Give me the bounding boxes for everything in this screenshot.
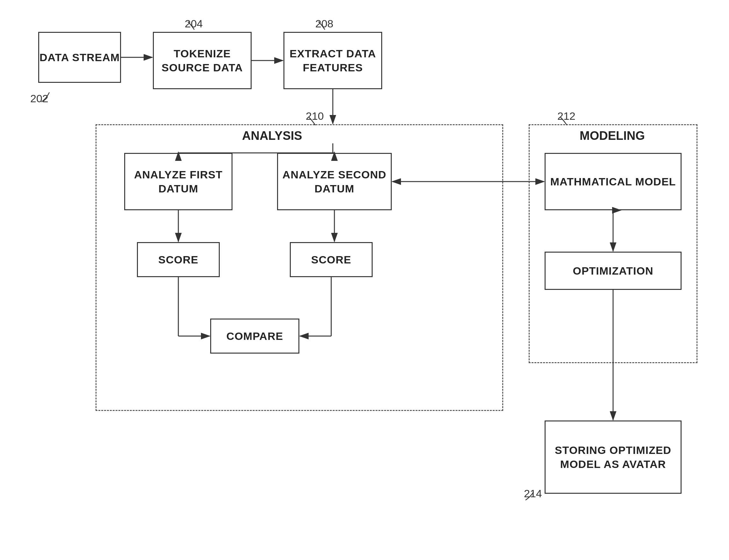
analyze-second-box: ANALYZE SECOND DATUM <box>277 153 392 210</box>
score-left-box: SCORE <box>137 242 220 277</box>
modeling-label: MODELING <box>580 129 645 143</box>
storing-box: STORING OPTIMIZED MODEL AS AVATAR <box>545 420 682 494</box>
ref-210: 210 <box>306 110 324 122</box>
ref-202: 202 <box>30 92 48 105</box>
ref-204: 204 <box>185 18 203 30</box>
ref-208: 208 <box>315 18 334 30</box>
tokenize-box: TOKENIZE SOURCE DATA <box>153 32 252 89</box>
math-model-box: MATHMATICAL MODEL <box>545 153 682 210</box>
data-stream-box: DATA STREAM <box>38 32 121 83</box>
score-right-box: SCORE <box>290 242 372 277</box>
analysis-label: ANALYSIS <box>242 129 302 143</box>
extract-box: EXTRACT DATA FEATURES <box>284 32 382 89</box>
ref-214: 214 <box>524 487 542 500</box>
diagram-container: DATA STREAM 202 TOKENIZE SOURCE DATA 204… <box>0 0 729 560</box>
ref-212: 212 <box>557 110 575 122</box>
analyze-first-box: ANALYZE FIRST DATUM <box>124 153 233 210</box>
compare-box: COMPARE <box>210 319 300 354</box>
optimization-box: OPTIMIZATION <box>545 252 682 290</box>
